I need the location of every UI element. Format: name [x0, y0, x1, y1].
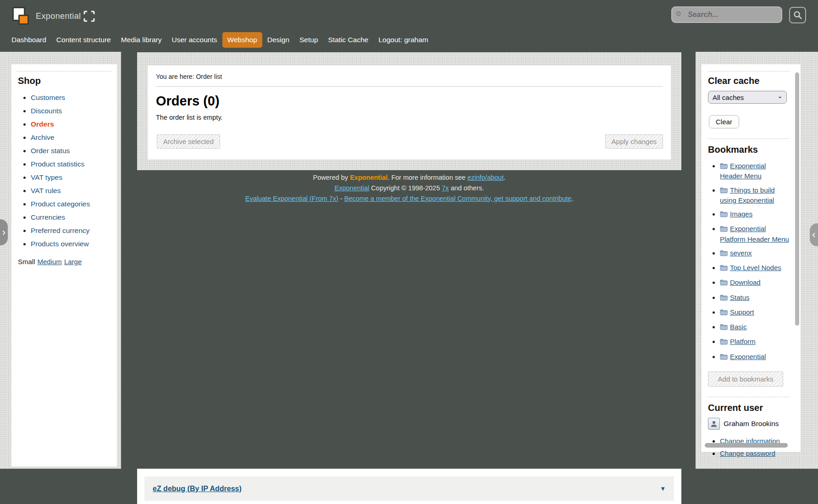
- footer-line-powered: Powered by Exponential. For more informa…: [137, 174, 681, 181]
- list-item: sevenx: [720, 249, 790, 259]
- sidebar-item-vat-types: VAT types: [31, 173, 111, 182]
- bookmark-link[interactable]: Top Level Nodes: [730, 264, 781, 271]
- bookmarks-list: Exponential Header Menu Things to build …: [708, 161, 790, 362]
- sidebar-link-product-statistics[interactable]: Product statistics: [31, 160, 84, 168]
- nav-item-dashboard[interactable]: Dashboard: [6, 32, 51, 48]
- search-box: ⚙: [671, 6, 782, 23]
- folder-icon: [720, 225, 728, 234]
- magnifier-icon: [793, 10, 803, 20]
- bookmark-link[interactable]: Exponential Platform Header Menu: [720, 225, 789, 243]
- list-item: Exponential: [720, 352, 790, 362]
- add-to-bookmarks-button[interactable]: Add to bookmarks: [708, 371, 783, 387]
- nav-item-logout[interactable]: Logout: graham: [373, 32, 433, 48]
- nav-item-design[interactable]: Design: [262, 32, 294, 48]
- sidebar-item-product-categories: Product categories: [31, 200, 111, 208]
- bookmark-link[interactable]: Platform: [730, 338, 756, 345]
- top-navigation: Dashboard Content structure Media librar…: [6, 32, 433, 48]
- app-logo-icon[interactable]: [12, 7, 31, 27]
- sidebar-link-products-overview[interactable]: Products overview: [31, 240, 89, 248]
- sidebar-link-currencies[interactable]: Currencies: [31, 213, 65, 221]
- folder-icon: [720, 210, 728, 220]
- sidebar-link-archive[interactable]: Archive: [31, 133, 55, 141]
- page-title: Orders (0): [156, 94, 663, 109]
- clear-cache-button[interactable]: Clear: [709, 115, 739, 128]
- folder-icon: [720, 187, 728, 196]
- current-user-section: Current user Graham Brookins Change info…: [708, 397, 790, 457]
- sidebar-link-customers[interactable]: Customers: [31, 94, 65, 101]
- community-link[interactable]: Become a member of the Exponential Commu…: [344, 195, 571, 202]
- sidebar-item-product-statistics: Product statistics: [31, 160, 111, 168]
- debug-title-link[interactable]: eZ debug (By IP Address): [153, 485, 242, 493]
- search-input[interactable]: [671, 6, 782, 23]
- fullscreen-icon[interactable]: [83, 10, 95, 22]
- section-divider: [17, 71, 111, 72]
- user-row: Graham Brookins: [708, 418, 790, 430]
- section-divider: [708, 71, 790, 72]
- search-button[interactable]: [789, 7, 806, 23]
- footer-line-community: Evaluate Exponential (From 7x) - Become …: [137, 195, 681, 202]
- sidebar-item-vat-rules: VAT rules: [31, 187, 111, 195]
- size-link-medium[interactable]: Medium: [38, 258, 62, 266]
- collapse-left-panel-tab[interactable]: ›: [0, 219, 8, 245]
- nav-item-user-accounts[interactable]: User accounts: [166, 32, 222, 48]
- app-title: Exponential: [36, 11, 81, 21]
- cache-type-select[interactable]: All caches: [708, 91, 787, 104]
- nav-item-webshop[interactable]: Webshop: [222, 32, 262, 48]
- nav-item-media-library[interactable]: Media library: [116, 32, 167, 48]
- size-link-large[interactable]: Large: [64, 258, 82, 266]
- 7x-link[interactable]: 7x: [442, 184, 449, 192]
- sidebar-item-products-overview: Products overview: [31, 240, 111, 248]
- sidebar-link-product-categories[interactable]: Product categories: [31, 200, 90, 208]
- bookmarks-title: Bookmarks: [708, 144, 790, 155]
- bookmark-link[interactable]: Download: [730, 278, 761, 286]
- bookmark-link[interactable]: Things to build using Exponential: [720, 186, 775, 204]
- search-gear-icon: ⚙: [675, 10, 681, 17]
- bookmark-link[interactable]: sevenx: [730, 249, 752, 257]
- sidebar-link-vat-types[interactable]: VAT types: [31, 173, 62, 181]
- footer-text: and others.: [449, 184, 484, 192]
- empty-list-message: The order list is empty.: [156, 114, 663, 121]
- collapse-right-panel-tab[interactable]: ‹: [810, 223, 818, 246]
- bookmark-link[interactable]: Images: [730, 210, 752, 218]
- sidebar-item-discounts: Discounts: [31, 107, 111, 115]
- horizontal-scrollbar-thumb[interactable]: [705, 443, 788, 448]
- apply-changes-button[interactable]: Apply changes: [605, 134, 663, 149]
- folder-icon: [720, 353, 728, 362]
- bookmark-link[interactable]: Status: [730, 294, 750, 301]
- folder-icon: [720, 279, 728, 288]
- nav-item-content-structure[interactable]: Content structure: [51, 32, 116, 48]
- sidebar-item-orders: Orders: [31, 120, 111, 128]
- nav-item-static-cache[interactable]: Static Cache: [323, 32, 374, 48]
- bookmark-link[interactable]: Basic: [730, 323, 747, 331]
- sidebar-link-preferred-currency[interactable]: Preferred currency: [31, 227, 89, 234]
- bookmark-link[interactable]: Support: [730, 308, 754, 316]
- footer-text: .: [571, 195, 573, 202]
- footer-text: -: [338, 195, 344, 202]
- bookmark-link[interactable]: Exponential: [730, 353, 766, 360]
- vertical-scrollbar-thumb[interactable]: [795, 72, 799, 326]
- sidebar-item-customers: Customers: [31, 94, 111, 102]
- chevron-right-icon: ›: [2, 227, 6, 238]
- exponential-link[interactable]: Exponential: [335, 184, 370, 192]
- folder-icon: [720, 294, 728, 303]
- ezinfo-about-link[interactable]: ezinfo/about: [467, 174, 503, 181]
- current-user-title: Current user: [708, 403, 790, 413]
- footer-text: Powered by: [313, 174, 350, 181]
- archive-selected-button[interactable]: Archive selected: [157, 134, 220, 149]
- sidebar-link-order-status[interactable]: Order status: [31, 147, 70, 155]
- shop-panel-title: Shop: [18, 76, 111, 86]
- order-actions-row: Archive selected Apply changes: [157, 134, 663, 149]
- folder-icon: [720, 338, 728, 347]
- sidebar-link-discounts[interactable]: Discounts: [31, 107, 62, 115]
- size-current: Small: [18, 258, 35, 266]
- chevron-left-icon: ‹: [812, 230, 815, 240]
- sidebar-link-orders[interactable]: Orders: [31, 120, 54, 128]
- list-item: Things to build using Exponential: [720, 186, 790, 205]
- sidebar-item-archive: Archive: [31, 133, 111, 142]
- triangle-down-icon[interactable]: ▼: [660, 485, 666, 492]
- nav-item-setup[interactable]: Setup: [294, 32, 323, 48]
- list-item: Change password: [720, 449, 790, 457]
- evaluate-link[interactable]: Evaluate Exponential (From 7x): [245, 195, 338, 202]
- sidebar-link-vat-rules[interactable]: VAT rules: [31, 187, 61, 194]
- change-password-link[interactable]: Change password: [720, 449, 775, 457]
